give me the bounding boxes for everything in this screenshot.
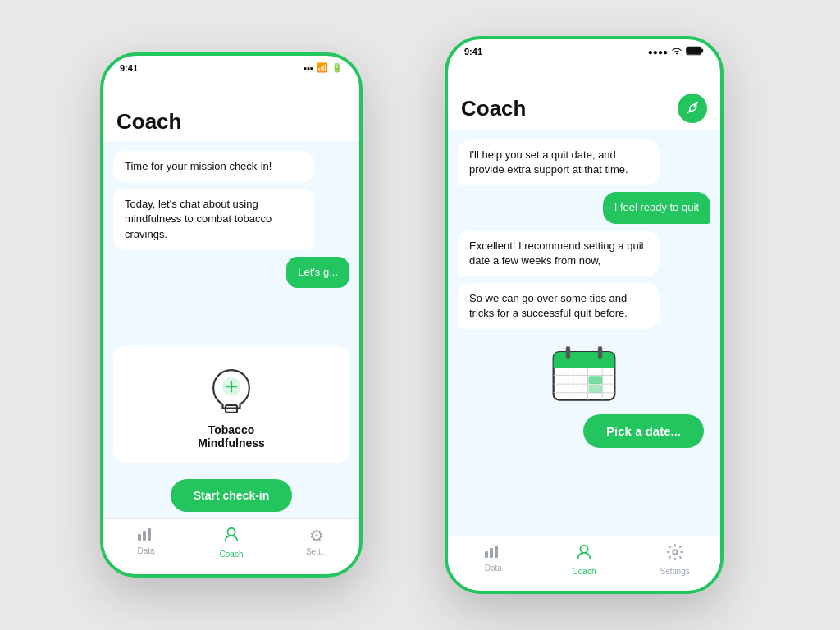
bottom-nav-back: Data Coach ⚙ Sett...	[103, 518, 359, 572]
time-front: 9:41	[464, 47, 482, 57]
back-chat: Time for your mission check-in! Today, l…	[103, 141, 359, 343]
back-title: Coach	[116, 109, 346, 135]
wifi-icon: 📶	[317, 62, 328, 73]
nav-data-front[interactable]: Data	[448, 543, 539, 576]
start-checkin-button[interactable]: Start check-in	[171, 479, 293, 512]
front-msg-4: So we can go over some tips and tricks f…	[458, 283, 660, 329]
calendar-icon	[547, 339, 621, 404]
front-title: Coach	[461, 96, 526, 121]
svg-rect-16	[598, 346, 602, 359]
svg-rect-26	[490, 548, 493, 558]
scene: 9:41 ▪▪▪ 📶 🔋 Coach Time for your mission…	[51, 20, 789, 610]
svg-rect-15	[566, 346, 570, 359]
front-screen: Coach I'll help you set a quit date, and…	[448, 84, 720, 589]
svg-point-11	[694, 105, 696, 107]
nav-data-back[interactable]: Data	[103, 526, 189, 559]
status-icons-front: ●●●●	[648, 46, 704, 57]
svg-point-7	[227, 528, 235, 536]
settings-icon-front	[666, 543, 684, 565]
nav-data-label-front: Data	[485, 564, 502, 573]
back-msg-right: Let's g...	[286, 257, 349, 288]
coach-icon-front	[575, 543, 593, 565]
signal-icon: ▪▪▪	[304, 63, 313, 73]
signal-icon-front: ●●●●	[648, 48, 668, 57]
data-icon-back	[137, 526, 155, 545]
back-msg-1: Time for your mission check-in!	[113, 151, 314, 182]
back-screen: Coach Time for your mission check-in! To…	[103, 99, 359, 572]
phone-front: 9:41 ●●●● Coach	[445, 36, 724, 594]
wifi-icon-front	[671, 46, 682, 57]
nav-settings-label-back: Sett...	[306, 547, 327, 556]
notch-front	[535, 61, 633, 84]
svg-rect-4	[138, 534, 141, 541]
time-back: 9:41	[120, 63, 138, 73]
status-bar-back: 9:41 ▪▪▪ 📶 🔋	[103, 56, 359, 76]
status-icons-back: ▪▪▪ 📶 🔋	[304, 62, 343, 73]
mindfulness-icon	[203, 359, 260, 417]
front-msg-3: Excellent! I recommend setting a quit da…	[458, 231, 660, 276]
nav-settings-back[interactable]: ⚙ Sett...	[274, 526, 359, 559]
chat-area-front: I'll help you set a quit date, and provi…	[448, 130, 720, 536]
status-bar-front: 9:41 ●●●●	[448, 39, 720, 61]
svg-point-28	[580, 546, 587, 553]
svg-rect-24	[588, 385, 602, 393]
svg-rect-5	[143, 531, 146, 541]
phone-back: 9:41 ▪▪▪ 📶 🔋 Coach Time for your mission…	[100, 52, 363, 578]
nav-coach-label-front: Coach	[573, 567, 596, 576]
svg-rect-10	[687, 48, 701, 54]
nav-settings-front[interactable]: Settings	[629, 543, 720, 576]
coach-icon-back	[222, 526, 240, 548]
data-icon-front	[484, 543, 502, 562]
svg-point-29	[673, 550, 678, 555]
svg-rect-23	[588, 377, 602, 385]
front-msg-2: I feel ready to quit	[603, 192, 710, 223]
card-label: TobaccoMindfulness	[198, 423, 265, 450]
notch-back	[182, 76, 281, 99]
back-msg-2: Today, let's chat about using mindfulnes…	[113, 189, 314, 250]
svg-rect-27	[495, 546, 498, 558]
nav-coach-label-back: Coach	[220, 550, 244, 559]
battery-icon: 🔋	[331, 62, 343, 73]
settings-icon-back: ⚙	[309, 526, 324, 546]
nav-coach-front[interactable]: Coach	[539, 543, 630, 576]
svg-rect-6	[148, 528, 151, 541]
battery-icon-front	[686, 46, 704, 57]
front-header: Coach	[448, 84, 720, 130]
rocket-button[interactable]	[678, 94, 707, 123]
svg-rect-14	[554, 361, 615, 368]
mindfulness-card: TobaccoMindfulness	[113, 346, 349, 463]
svg-rect-25	[485, 551, 488, 558]
nav-data-label-back: Data	[137, 546, 154, 555]
nav-settings-label-front: Settings	[660, 567, 690, 576]
back-header: Coach	[103, 99, 359, 141]
bottom-nav-front: Data Coach Settings	[448, 536, 720, 589]
front-msg-1: I'll help you set a quit date, and provi…	[458, 139, 660, 185]
pick-date-button[interactable]: Pick a date...	[583, 414, 704, 448]
svg-rect-9	[701, 49, 703, 53]
nav-coach-back[interactable]: Coach	[189, 526, 274, 559]
